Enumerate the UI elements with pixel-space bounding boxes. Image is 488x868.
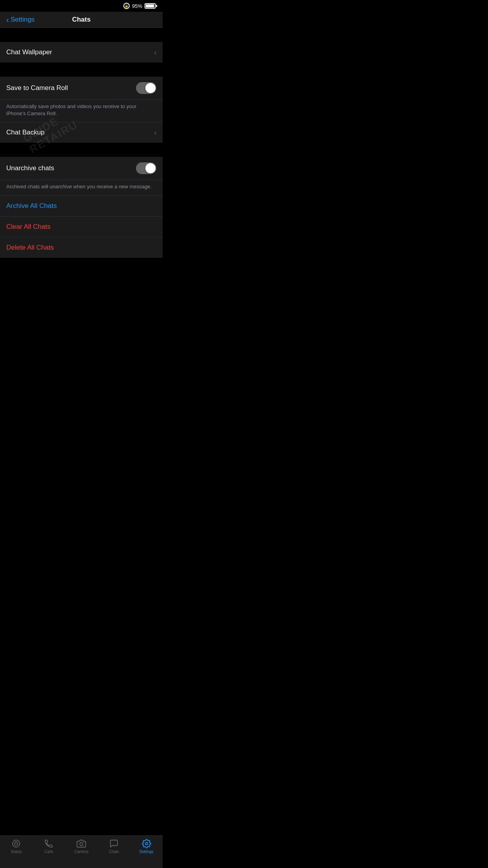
status-bar: 🔒 95% xyxy=(0,0,163,12)
battery-icon xyxy=(145,3,157,9)
page-title: Chats xyxy=(72,16,90,24)
section-spacer-2 xyxy=(0,63,163,77)
chat-backup-chevron-icon: › xyxy=(154,129,156,137)
unarchive-toggle-knob xyxy=(145,163,156,173)
save-camera-roll-label: Save to Camera Roll xyxy=(6,84,68,92)
toggle-knob xyxy=(145,83,156,93)
section-spacer-1 xyxy=(0,28,163,42)
back-chevron-icon: ‹ xyxy=(6,16,9,24)
save-camera-roll-description: Automatically save photos and videos you… xyxy=(0,100,163,122)
unarchive-section: Unarchive chats Archived chats will unar… xyxy=(0,157,163,195)
nav-header: ‹ Settings Chats xyxy=(0,12,163,28)
clear-all-chats-row[interactable]: Clear All Chats xyxy=(0,217,163,237)
chat-backup-label: Chat Backup xyxy=(6,129,44,136)
chat-wallpaper-row[interactable]: Chat Wallpaper › xyxy=(0,42,163,63)
camera-backup-section: Save to Camera Roll Automatically save p… xyxy=(0,77,163,143)
action-section: Archive All Chats Clear All Chats Delete… xyxy=(0,196,163,258)
save-camera-roll-row[interactable]: Save to Camera Roll xyxy=(0,77,163,100)
battery-percentage: 95% xyxy=(132,3,142,9)
unarchive-chats-toggle[interactable] xyxy=(136,162,156,174)
back-button[interactable]: ‹ Settings xyxy=(6,16,35,24)
section-spacer-3: GUIDERETAIRU xyxy=(0,143,163,157)
delete-all-chats-row[interactable]: Delete All Chats xyxy=(0,237,163,258)
back-label: Settings xyxy=(11,16,35,24)
chat-wallpaper-section: Chat Wallpaper › xyxy=(0,42,163,63)
delete-all-chats-label: Delete All Chats xyxy=(6,244,54,252)
archive-all-chats-row[interactable]: Archive All Chats xyxy=(0,196,163,217)
clear-all-chats-label: Clear All Chats xyxy=(6,223,50,231)
unarchive-description: Archived chats will unarchive when you r… xyxy=(0,180,163,195)
lock-icon: 🔒 xyxy=(123,3,130,9)
chat-backup-row[interactable]: Chat Backup › xyxy=(0,122,163,143)
unarchive-chats-row[interactable]: Unarchive chats xyxy=(0,157,163,180)
chat-wallpaper-chevron-icon: › xyxy=(154,48,156,57)
save-camera-roll-toggle[interactable] xyxy=(136,82,156,94)
archive-all-chats-label: Archive All Chats xyxy=(6,202,57,210)
unarchive-chats-label: Unarchive chats xyxy=(6,164,54,172)
bottom-spacer xyxy=(0,258,163,337)
chat-wallpaper-label: Chat Wallpaper xyxy=(6,48,52,56)
